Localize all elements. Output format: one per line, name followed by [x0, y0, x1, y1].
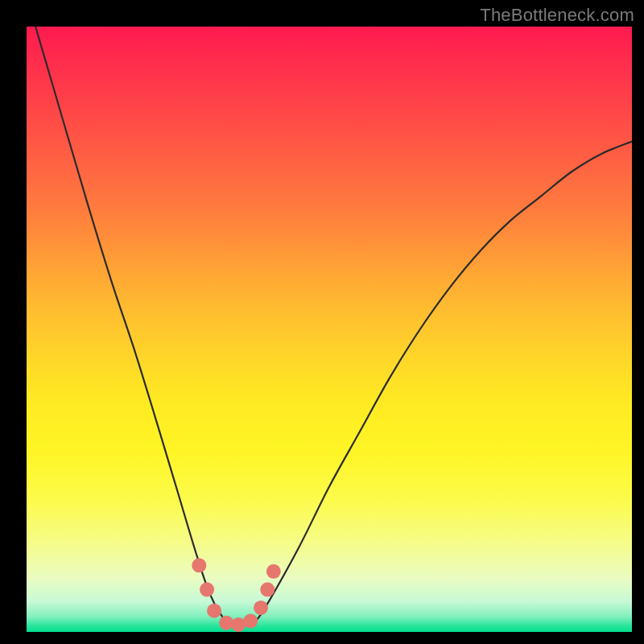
curve-marker	[207, 604, 221, 618]
curve-marker	[200, 582, 214, 597]
bottleneck-curve	[27, 27, 632, 627]
curve-marker	[260, 582, 275, 597]
curve-layer	[27, 27, 632, 632]
curve-marker	[254, 601, 268, 615]
curve-marker	[266, 564, 281, 579]
curve-marker	[243, 613, 258, 628]
curve-marker	[219, 616, 233, 630]
watermark-text: TheBottleneck.com	[480, 5, 634, 26]
curve-markers	[192, 558, 280, 632]
plot-area	[27, 27, 632, 632]
chart-frame: TheBottleneck.com	[0, 0, 644, 644]
curve-marker	[192, 558, 206, 572]
